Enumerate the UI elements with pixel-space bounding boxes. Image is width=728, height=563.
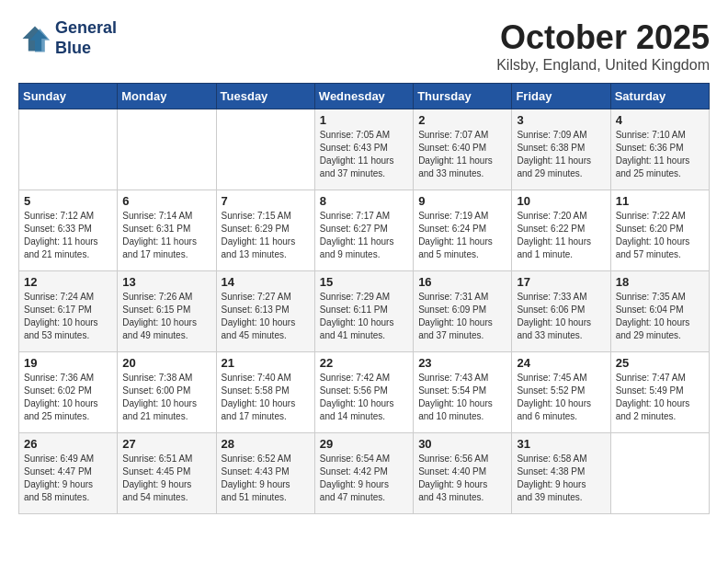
calendar-cell: 15Sunrise: 7:29 AM Sunset: 6:11 PM Dayli…: [314, 271, 413, 352]
header-day-thursday: Thursday: [414, 84, 512, 109]
day-info: Sunrise: 7:35 AM Sunset: 6:04 PM Dayligh…: [616, 291, 704, 342]
day-info: Sunrise: 7:31 AM Sunset: 6:09 PM Dayligh…: [418, 291, 506, 342]
day-info: Sunrise: 7:29 AM Sunset: 6:11 PM Dayligh…: [320, 291, 408, 342]
calendar-week-row: 5Sunrise: 7:12 AM Sunset: 6:33 PM Daylig…: [19, 190, 710, 271]
calendar-cell: 21Sunrise: 7:40 AM Sunset: 5:58 PM Dayli…: [216, 352, 314, 433]
calendar-cell: 1Sunrise: 7:05 AM Sunset: 6:43 PM Daylig…: [314, 109, 413, 190]
page-header: General Blue October 2025 Kilsby, Englan…: [18, 18, 710, 74]
day-number: 7: [222, 194, 310, 208]
header-day-wednesday: Wednesday: [314, 84, 413, 109]
calendar-cell: 23Sunrise: 7:43 AM Sunset: 5:54 PM Dayli…: [414, 352, 512, 433]
day-info: Sunrise: 6:51 AM Sunset: 4:45 PM Dayligh…: [122, 453, 210, 504]
day-number: 29: [320, 437, 408, 451]
header-day-sunday: Sunday: [19, 84, 118, 109]
calendar-cell: 28Sunrise: 6:52 AM Sunset: 4:43 PM Dayli…: [216, 433, 314, 514]
calendar-cell: 16Sunrise: 7:31 AM Sunset: 6:09 PM Dayli…: [414, 271, 512, 352]
calendar-cell: 25Sunrise: 7:47 AM Sunset: 5:49 PM Dayli…: [610, 352, 709, 433]
calendar-cell: 5Sunrise: 7:12 AM Sunset: 6:33 PM Daylig…: [19, 190, 118, 271]
calendar-cell: 7Sunrise: 7:15 AM Sunset: 6:29 PM Daylig…: [216, 190, 314, 271]
location: Kilsby, England, United Kingdom: [496, 57, 710, 74]
day-number: 5: [24, 194, 112, 208]
day-number: 26: [24, 437, 112, 451]
day-info: Sunrise: 7:26 AM Sunset: 6:15 PM Dayligh…: [122, 291, 210, 342]
day-number: 10: [517, 194, 605, 208]
calendar-cell: 14Sunrise: 7:27 AM Sunset: 6:13 PM Dayli…: [216, 271, 314, 352]
calendar-week-row: 1Sunrise: 7:05 AM Sunset: 6:43 PM Daylig…: [19, 109, 710, 190]
day-info: Sunrise: 6:49 AM Sunset: 4:47 PM Dayligh…: [24, 453, 112, 504]
calendar-week-row: 12Sunrise: 7:24 AM Sunset: 6:17 PM Dayli…: [19, 271, 710, 352]
day-info: Sunrise: 6:56 AM Sunset: 4:40 PM Dayligh…: [418, 453, 506, 504]
calendar-cell: 30Sunrise: 6:56 AM Sunset: 4:40 PM Dayli…: [414, 433, 512, 514]
day-number: 31: [517, 437, 605, 451]
calendar-body: 1Sunrise: 7:05 AM Sunset: 6:43 PM Daylig…: [19, 109, 710, 514]
day-info: Sunrise: 7:45 AM Sunset: 5:52 PM Dayligh…: [517, 372, 605, 423]
day-info: Sunrise: 7:47 AM Sunset: 5:49 PM Dayligh…: [616, 372, 704, 423]
calendar-cell: 10Sunrise: 7:20 AM Sunset: 6:22 PM Dayli…: [512, 190, 610, 271]
day-number: 30: [418, 437, 506, 451]
logo: General Blue: [18, 18, 117, 58]
calendar-cell: 20Sunrise: 7:38 AM Sunset: 6:00 PM Dayli…: [118, 352, 216, 433]
day-number: 15: [320, 275, 408, 289]
day-info: Sunrise: 7:22 AM Sunset: 6:20 PM Dayligh…: [616, 210, 704, 261]
calendar-cell: 29Sunrise: 6:54 AM Sunset: 4:42 PM Dayli…: [314, 433, 413, 514]
day-info: Sunrise: 7:05 AM Sunset: 6:43 PM Dayligh…: [320, 129, 408, 180]
day-info: Sunrise: 7:24 AM Sunset: 6:17 PM Dayligh…: [24, 291, 112, 342]
calendar-cell: 2Sunrise: 7:07 AM Sunset: 6:40 PM Daylig…: [414, 109, 512, 190]
header-day-friday: Friday: [512, 84, 610, 109]
day-info: Sunrise: 6:58 AM Sunset: 4:38 PM Dayligh…: [517, 453, 605, 504]
day-info: Sunrise: 7:38 AM Sunset: 6:00 PM Dayligh…: [122, 372, 210, 423]
day-number: 3: [517, 113, 605, 127]
calendar-cell: [610, 433, 709, 514]
calendar-cell: 8Sunrise: 7:17 AM Sunset: 6:27 PM Daylig…: [314, 190, 413, 271]
header-day-tuesday: Tuesday: [216, 84, 314, 109]
day-number: 14: [222, 275, 310, 289]
day-number: 9: [418, 194, 506, 208]
title-block: October 2025 Kilsby, England, United Kin…: [496, 18, 710, 74]
calendar-cell: 26Sunrise: 6:49 AM Sunset: 4:47 PM Dayli…: [19, 433, 118, 514]
day-number: 8: [320, 194, 408, 208]
calendar-cell: 3Sunrise: 7:09 AM Sunset: 6:38 PM Daylig…: [512, 109, 610, 190]
day-info: Sunrise: 6:54 AM Sunset: 4:42 PM Dayligh…: [320, 453, 408, 504]
day-info: Sunrise: 7:43 AM Sunset: 5:54 PM Dayligh…: [418, 372, 506, 423]
day-number: 21: [222, 356, 310, 370]
day-info: Sunrise: 6:52 AM Sunset: 4:43 PM Dayligh…: [222, 453, 310, 504]
header-day-monday: Monday: [118, 84, 216, 109]
calendar-week-row: 26Sunrise: 6:49 AM Sunset: 4:47 PM Dayli…: [19, 433, 710, 514]
calendar-cell: 12Sunrise: 7:24 AM Sunset: 6:17 PM Dayli…: [19, 271, 118, 352]
day-info: Sunrise: 7:42 AM Sunset: 5:56 PM Dayligh…: [320, 372, 408, 423]
day-number: 2: [418, 113, 506, 127]
day-info: Sunrise: 7:07 AM Sunset: 6:40 PM Dayligh…: [418, 129, 506, 180]
day-number: 11: [616, 194, 704, 208]
header-day-saturday: Saturday: [610, 84, 709, 109]
day-info: Sunrise: 7:19 AM Sunset: 6:24 PM Dayligh…: [418, 210, 506, 261]
day-number: 27: [122, 437, 210, 451]
calendar-cell: 11Sunrise: 7:22 AM Sunset: 6:20 PM Dayli…: [610, 190, 709, 271]
day-info: Sunrise: 7:40 AM Sunset: 5:58 PM Dayligh…: [222, 372, 310, 423]
day-info: Sunrise: 7:12 AM Sunset: 6:33 PM Dayligh…: [24, 210, 112, 261]
day-number: 12: [24, 275, 112, 289]
day-number: 19: [24, 356, 112, 370]
day-number: 13: [122, 275, 210, 289]
calendar-cell: 22Sunrise: 7:42 AM Sunset: 5:56 PM Dayli…: [314, 352, 413, 433]
calendar-header-row: SundayMondayTuesdayWednesdayThursdayFrid…: [19, 84, 710, 109]
calendar-cell: 24Sunrise: 7:45 AM Sunset: 5:52 PM Dayli…: [512, 352, 610, 433]
day-number: 28: [222, 437, 310, 451]
day-number: 16: [418, 275, 506, 289]
calendar-cell: [19, 109, 118, 190]
logo-icon: [18, 22, 51, 55]
day-number: 18: [616, 275, 704, 289]
calendar-cell: 17Sunrise: 7:33 AM Sunset: 6:06 PM Dayli…: [512, 271, 610, 352]
calendar-cell: [118, 109, 216, 190]
day-info: Sunrise: 7:33 AM Sunset: 6:06 PM Dayligh…: [517, 291, 605, 342]
calendar-cell: 6Sunrise: 7:14 AM Sunset: 6:31 PM Daylig…: [118, 190, 216, 271]
day-info: Sunrise: 7:10 AM Sunset: 6:36 PM Dayligh…: [616, 129, 704, 180]
day-number: 20: [122, 356, 210, 370]
calendar-cell: 31Sunrise: 6:58 AM Sunset: 4:38 PM Dayli…: [512, 433, 610, 514]
calendar-cell: [216, 109, 314, 190]
month-title: October 2025: [496, 18, 710, 57]
day-info: Sunrise: 7:14 AM Sunset: 6:31 PM Dayligh…: [122, 210, 210, 261]
day-number: 23: [418, 356, 506, 370]
day-number: 25: [616, 356, 704, 370]
day-info: Sunrise: 7:20 AM Sunset: 6:22 PM Dayligh…: [517, 210, 605, 261]
logo-text: General Blue: [55, 18, 117, 58]
